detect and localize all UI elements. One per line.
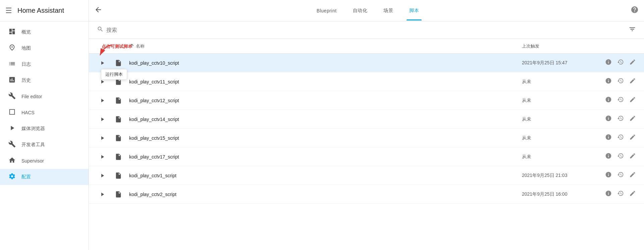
help-button[interactable] [631, 6, 639, 16]
filter-icon[interactable] [629, 25, 636, 35]
last-triggered-6: 2021年9月25日 21:03 [522, 173, 589, 179]
edit-button-5[interactable] [629, 152, 636, 161]
sidebar-item-dev-tools[interactable]: 开发者工具 [0, 137, 89, 153]
script-name-4: kodi_play_cctv15_script [129, 135, 522, 141]
edit-button-1[interactable] [629, 77, 636, 86]
sidebar-nav: 概览 地图 日志 历史 File editor [0, 21, 89, 250]
media-browser-icon [8, 124, 16, 133]
sidebar-item-history[interactable]: 历史 [0, 72, 89, 88]
play-button-4[interactable] [97, 133, 113, 143]
script-name-3: kodi_play_cctv14_script [129, 117, 522, 122]
action-icons-5 [589, 152, 636, 161]
sidebar-item-overview[interactable]: 概览 [0, 24, 89, 40]
edit-button-2[interactable] [629, 96, 636, 105]
topbar: Blueprint 自动化 场景 脚本 [89, 0, 644, 21]
supervisor-icon [8, 157, 16, 166]
history-button-1[interactable] [617, 77, 624, 86]
action-icons-7 [589, 190, 636, 198]
tab-blueprint[interactable]: Blueprint [314, 1, 339, 20]
sidebar-item-history-label: 历史 [21, 77, 31, 83]
sidebar-item-media-browser[interactable]: 媒体浏览器 [0, 121, 89, 137]
sidebar-item-file-editor[interactable]: File editor [0, 88, 89, 105]
sidebar-item-logbook-label: 日志 [21, 61, 31, 67]
dev-tools-icon [8, 140, 16, 149]
info-button-7[interactable] [605, 190, 612, 198]
history-button-6[interactable] [617, 171, 624, 180]
sidebar-item-map[interactable]: 地图 [0, 40, 89, 56]
script-name-0: kodi_play_cctv10_script [129, 60, 522, 66]
info-button-2[interactable] [605, 96, 612, 105]
last-triggered-3: 从未 [522, 116, 589, 122]
script-icon-5 [113, 151, 129, 162]
info-button-3[interactable] [605, 115, 612, 123]
hacs-icon [8, 108, 16, 117]
search-bar [89, 21, 644, 39]
sidebar-item-hacs[interactable]: HACS [0, 105, 89, 121]
history-icon [8, 76, 16, 85]
name-col-label: 名称 [136, 43, 145, 49]
play-button-3[interactable] [97, 114, 113, 125]
sidebar-item-overview-label: 概览 [21, 29, 31, 35]
sidebar-item-config[interactable]: 配置 [0, 169, 89, 185]
script-icon-7 [113, 189, 129, 200]
topbar-tabs: Blueprint 自动化 场景 脚本 [108, 1, 628, 20]
info-button-5[interactable] [605, 152, 612, 161]
menu-icon[interactable]: ☰ [5, 6, 12, 15]
main-content: Blueprint 自动化 场景 脚本 名称 [89, 0, 644, 250]
last-triggered-2: 从未 [522, 98, 589, 104]
edit-button-4[interactable] [629, 134, 636, 142]
history-button-4[interactable] [617, 134, 624, 142]
table-row: kodi_play_cctv12_script 从未 [89, 91, 644, 110]
action-icons-1 [589, 77, 636, 86]
last-triggered-0: 2021年9月25日 15:47 [522, 60, 589, 66]
play-button-2[interactable] [97, 95, 113, 106]
table-row: 点击可测试脚本 kodi_play_cctv10_script 2021年9月2… [89, 54, 644, 72]
table-row: kodi_play_cctv15_script 从未 [89, 129, 644, 147]
history-button-0[interactable] [617, 59, 624, 67]
logbook-icon [8, 60, 16, 69]
script-icon-4 [113, 133, 129, 143]
table-row: kodi_play_cctv11_script 从未 [89, 72, 644, 91]
edit-button-3[interactable] [629, 115, 636, 123]
table-header: 名称 上次触发 [89, 39, 644, 54]
history-button-7[interactable] [617, 190, 624, 198]
edit-button-6[interactable] [629, 171, 636, 180]
tab-automation[interactable]: 自动化 [350, 1, 370, 20]
back-button[interactable] [94, 6, 102, 16]
edit-button-0[interactable] [629, 59, 636, 67]
script-name-1: kodi_play_cctv11_script [129, 79, 522, 84]
sidebar-item-supervisor[interactable]: Supervisor [0, 153, 89, 169]
history-button-2[interactable] [617, 96, 624, 105]
sidebar: ☰ Home Assistant 概览 地图 日志 [0, 0, 89, 250]
sidebar-item-map-label: 地图 [21, 45, 31, 51]
last-triggered-5: 从未 [522, 154, 589, 160]
search-input[interactable] [106, 27, 626, 33]
tab-script[interactable]: 脚本 [407, 1, 422, 20]
tab-scene[interactable]: 场景 [381, 1, 396, 20]
table-row: kodi_play_cctv1_script 2021年9月25日 21:03 [89, 166, 644, 185]
last-triggered-1: 从未 [522, 79, 589, 85]
sidebar-item-config-label: 配置 [21, 174, 31, 180]
play-button-0[interactable] [97, 58, 113, 68]
edit-button-7[interactable] [629, 190, 636, 198]
play-button-7[interactable] [97, 189, 113, 200]
script-icon-2 [113, 95, 129, 106]
file-editor-icon [8, 92, 16, 101]
overview-icon [8, 28, 16, 37]
info-button-1[interactable] [605, 77, 612, 86]
table-row: kodi_play_cctv2_script 2021年9月25日 16:00 [89, 185, 644, 204]
info-button-6[interactable] [605, 171, 612, 180]
play-button-6[interactable] [97, 170, 113, 181]
info-button-4[interactable] [605, 134, 612, 142]
run-script-tooltip: 运行脚本 [101, 69, 127, 80]
search-icon [97, 26, 104, 34]
play-button-5[interactable] [97, 151, 113, 162]
action-icons-2 [589, 96, 636, 105]
last-triggered-4: 从未 [522, 135, 589, 141]
sidebar-item-dev-tools-label: 开发者工具 [21, 142, 45, 148]
action-icons-3 [589, 115, 636, 123]
sidebar-item-logbook[interactable]: 日志 [0, 56, 89, 72]
history-button-3[interactable] [617, 115, 624, 123]
history-button-5[interactable] [617, 152, 624, 161]
info-button-0[interactable] [605, 59, 612, 67]
